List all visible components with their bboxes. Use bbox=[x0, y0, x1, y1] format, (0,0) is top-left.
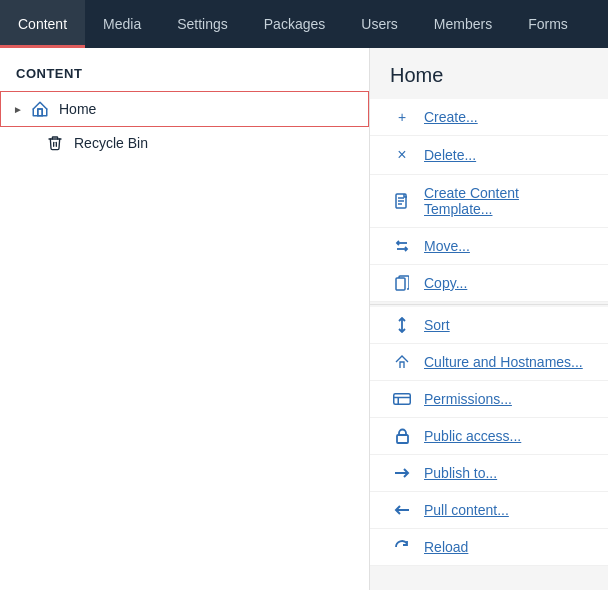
menu-label-create-template: Create Content Template... bbox=[424, 185, 588, 217]
nav-item-members[interactable]: Members bbox=[416, 0, 510, 48]
create-icon: + bbox=[390, 109, 414, 125]
reload-icon bbox=[390, 539, 414, 555]
main-layout: Content ► Home bbox=[0, 48, 608, 590]
menu-item-delete[interactable]: × Delete... bbox=[370, 136, 608, 175]
sort-icon bbox=[390, 317, 414, 333]
menu-label-public-access: Public access... bbox=[424, 428, 521, 444]
recycle-bin-icon bbox=[44, 135, 66, 151]
menu-label-delete: Delete... bbox=[424, 147, 476, 163]
menu-item-create[interactable]: + Create... bbox=[370, 99, 608, 136]
menu-label-reload: Reload bbox=[424, 539, 468, 555]
copy-icon bbox=[390, 275, 414, 291]
menu-label-publish-to: Publish to... bbox=[424, 465, 497, 481]
menu-label-copy: Copy... bbox=[424, 275, 467, 291]
menu-item-pull-content[interactable]: Pull content... bbox=[370, 492, 608, 529]
sidebar-item-recycle-bin[interactable]: Recycle Bin bbox=[0, 127, 369, 159]
nav-item-media[interactable]: Media bbox=[85, 0, 159, 48]
nav-item-content[interactable]: Content bbox=[0, 0, 85, 48]
nav-item-users[interactable]: Users bbox=[343, 0, 416, 48]
menu-item-move[interactable]: Move... bbox=[370, 228, 608, 265]
svg-rect-12 bbox=[397, 435, 408, 443]
menu-item-sort[interactable]: Sort bbox=[370, 307, 608, 344]
menu-label-move: Move... bbox=[424, 238, 470, 254]
nav-item-packages[interactable]: Packages bbox=[246, 0, 343, 48]
top-navigation: Content Media Settings Packages Users Me… bbox=[0, 0, 608, 48]
menu-label-create: Create... bbox=[424, 109, 478, 125]
menu-item-reload[interactable]: Reload bbox=[370, 529, 608, 566]
delete-icon: × bbox=[390, 146, 414, 164]
template-icon bbox=[390, 193, 414, 209]
sidebar-item-home-label: Home bbox=[59, 101, 96, 117]
menu-item-copy[interactable]: Copy... bbox=[370, 265, 608, 302]
menu-item-publish-to[interactable]: Publish to... bbox=[370, 455, 608, 492]
pull-icon bbox=[390, 504, 414, 516]
sidebar: Content ► Home bbox=[0, 48, 370, 590]
nav-item-forms[interactable]: Forms bbox=[510, 0, 586, 48]
separator-1 bbox=[370, 304, 608, 305]
svg-rect-7 bbox=[396, 278, 405, 290]
menu-label-sort: Sort bbox=[424, 317, 450, 333]
menu-item-permissions[interactable]: Permissions... bbox=[370, 381, 608, 418]
svg-rect-0 bbox=[38, 109, 43, 116]
sidebar-header: Content bbox=[0, 48, 369, 91]
svg-rect-9 bbox=[394, 394, 411, 405]
menu-item-public-access[interactable]: Public access... bbox=[370, 418, 608, 455]
sidebar-item-recycle-label: Recycle Bin bbox=[74, 135, 148, 151]
home-icon bbox=[29, 100, 51, 118]
menu-label-permissions: Permissions... bbox=[424, 391, 512, 407]
lock-icon bbox=[390, 428, 414, 444]
menu-item-culture-hostnames[interactable]: Culture and Hostnames... bbox=[370, 344, 608, 381]
content-panel: Home + Create... × Delete... Create Cont bbox=[370, 48, 608, 590]
permissions-icon bbox=[390, 393, 414, 405]
nav-item-settings[interactable]: Settings bbox=[159, 0, 246, 48]
expand-arrow-home: ► bbox=[13, 104, 29, 115]
menu-label-culture: Culture and Hostnames... bbox=[424, 354, 583, 370]
move-icon bbox=[390, 239, 414, 253]
culture-icon bbox=[390, 354, 414, 370]
publish-icon bbox=[390, 467, 414, 479]
sidebar-item-home[interactable]: ► Home bbox=[0, 91, 369, 127]
menu-label-pull-content: Pull content... bbox=[424, 502, 509, 518]
menu-item-create-content-template[interactable]: Create Content Template... bbox=[370, 175, 608, 228]
panel-title: Home bbox=[370, 48, 608, 99]
